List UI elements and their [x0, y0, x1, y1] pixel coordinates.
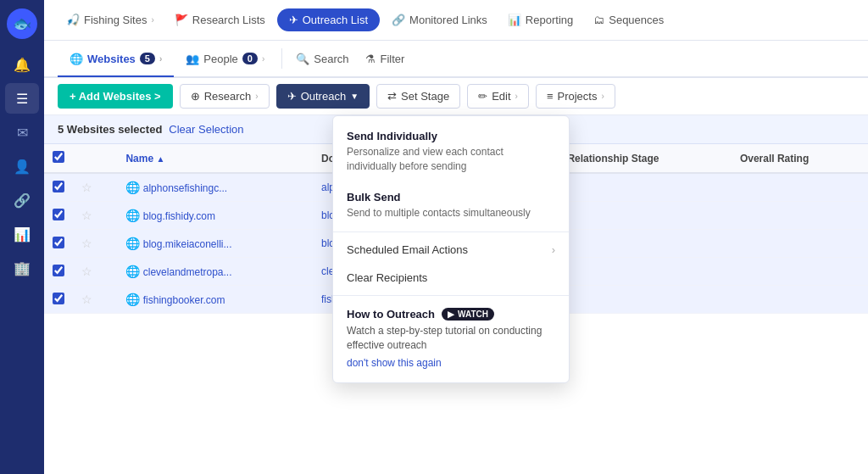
row-rating-cell [732, 202, 868, 230]
sequences-icon: 🗂 [593, 14, 604, 26]
sort-arrow-icon: ▲ [156, 154, 164, 164]
outreach-dropdown-arrow-icon: ▼ [350, 92, 359, 101]
send-individually-title: Send Individually [347, 130, 555, 142]
row-star-cell: ☆ [73, 202, 117, 230]
star-icon[interactable]: ☆ [81, 181, 92, 194]
star-icon[interactable]: ☆ [81, 265, 92, 278]
globe-icon: 🌐 [125, 209, 140, 222]
row-rating-cell [732, 286, 868, 314]
scheduled-email-option[interactable]: Scheduled Email Actions › [333, 236, 569, 264]
clear-recipients-option[interactable]: Clear Recipients [333, 264, 569, 292]
col-name[interactable]: Name ▲ [117, 144, 313, 173]
tab-websites[interactable]: 🌐 Websites 5 › [58, 42, 174, 77]
tab-divider [281, 48, 282, 69]
chevron-right-icon: › [151, 15, 153, 25]
row-checkbox-cell [44, 258, 73, 286]
row-checkbox[interactable] [53, 293, 64, 304]
globe-icon: 🌐 [125, 293, 140, 306]
sidebar-item-menu[interactable]: ☰ [5, 83, 39, 114]
select-all-checkbox[interactable] [53, 151, 64, 163]
sidebar-logo[interactable]: 🐟 [7, 8, 37, 39]
row-relationship-cell [559, 286, 731, 314]
nav-sequences-label: Sequences [609, 14, 664, 26]
star-icon[interactable]: ☆ [81, 293, 92, 306]
projects-chevron-icon: › [601, 92, 604, 101]
edit-chevron-icon: › [515, 92, 518, 101]
star-icon[interactable]: ☆ [81, 209, 92, 222]
sidebar-item-org[interactable]: 🏢 [5, 253, 39, 283]
research-button[interactable]: ⊕ Research › [180, 84, 270, 109]
star-icon[interactable]: ☆ [81, 237, 92, 250]
dont-show-link[interactable]: don't show this again [347, 357, 442, 369]
site-name-link[interactable]: alphonsefishingc... [143, 182, 227, 194]
site-name-link[interactable]: fishingbooker.com [143, 294, 225, 306]
nav-outreach-list[interactable]: ✈ Outreach List [277, 8, 380, 31]
globe-icon: 🌐 [125, 265, 140, 278]
nav-outreach-label: Outreach List [303, 14, 368, 26]
nav-reporting[interactable]: 📊 Reporting [499, 8, 581, 31]
tab-people[interactable]: 👥 People 0 › [174, 42, 276, 77]
row-checkbox[interactable] [53, 181, 64, 192]
row-star-cell: ☆ [73, 258, 117, 286]
add-websites-label: + Add Websites > [70, 90, 161, 103]
projects-icon: ≡ [547, 90, 554, 103]
nav-monitored-links[interactable]: 🔗 Monitored Links [383, 8, 496, 31]
set-stage-button[interactable]: ⇄ Set Stage [376, 84, 460, 109]
watch-play-icon: ▶ [448, 309, 454, 319]
clear-recipients-label: Clear Recipients [347, 271, 427, 284]
dropdown-divider-1 [333, 231, 569, 232]
row-checkbox-cell [44, 173, 73, 202]
bulk-send-option[interactable]: Bulk Send Send to multiple contacts simu… [333, 182, 569, 229]
col-checkbox [44, 144, 73, 173]
send-individually-option[interactable]: Send Individually Personalize and view e… [333, 121, 569, 182]
globe-icon: 🌐 [125, 181, 140, 194]
outreach-button[interactable]: ✈ Outreach ▼ [276, 84, 370, 109]
outreach-icon: ✈ [289, 14, 298, 26]
tab-websites-label: Websites [87, 53, 136, 65]
outreach-btn-label: Outreach [301, 90, 346, 103]
sidebar-item-analytics[interactable]: 📊 [5, 219, 39, 249]
send-individually-desc: Personalize and view each contact indivi… [347, 145, 555, 174]
reporting-icon: 📊 [508, 14, 521, 26]
row-checkbox[interactable] [53, 265, 64, 276]
filter-action[interactable]: ⚗ Filter [357, 41, 413, 76]
row-star-cell: ☆ [73, 173, 117, 202]
nav-sequences[interactable]: 🗂 Sequences [585, 8, 672, 31]
people-count-badge: 0 [242, 53, 258, 64]
scheduled-chevron-icon: › [552, 243, 555, 256]
site-name-link[interactable]: blog.fishidy.com [143, 210, 215, 222]
scheduled-email-label: Scheduled Email Actions [347, 243, 468, 256]
sidebar-item-notifications[interactable]: 🔔 [5, 49, 39, 80]
search-action[interactable]: 🔍 Search [287, 41, 357, 76]
site-name-link[interactable]: blog.mikeiaconelli... [143, 238, 232, 250]
edit-button[interactable]: ✏ Edit › [467, 84, 529, 109]
row-name-cell: 🌐 alphonsefishingc... [117, 173, 313, 202]
row-relationship-cell [559, 173, 731, 202]
sidebar-item-email[interactable]: ✉ [5, 117, 39, 148]
row-rating-cell [732, 173, 868, 202]
col-star [73, 144, 117, 173]
row-star-cell: ☆ [73, 286, 117, 314]
bulk-send-title: Bulk Send [347, 191, 555, 204]
row-rating-cell [732, 258, 868, 286]
nav-research-lists[interactable]: 🚩 Research Lists [166, 8, 274, 31]
edit-icon: ✏ [478, 90, 487, 103]
sidebar-item-links[interactable]: 🔗 [5, 185, 39, 215]
clear-selection-link[interactable]: Clear Selection [169, 123, 243, 136]
row-name-cell: 🌐 blog.fishidy.com [117, 202, 313, 230]
bulk-send-desc: Send to multiple contacts simultaneously [347, 206, 555, 220]
site-name-link[interactable]: clevelandmetropа... [143, 266, 232, 278]
tab-people-label: People [203, 53, 237, 65]
nav-fishing-sites[interactable]: 🎣 Fishing Sites › [58, 8, 163, 31]
how-to-outreach-option[interactable]: How to Outreach ▶ WATCH Watch a step-by-… [333, 299, 569, 377]
projects-button[interactable]: ≡ Projects › [536, 84, 615, 109]
row-relationship-cell [559, 230, 731, 258]
add-websites-button[interactable]: + Add Websites > [58, 84, 173, 109]
row-name-cell: 🌐 clevelandmetropа... [117, 258, 313, 286]
fishing-icon: 🎣 [66, 14, 80, 26]
set-stage-label: Set Stage [401, 90, 449, 103]
outreach-dropdown-menu: Send Individually Personalize and view e… [332, 115, 570, 383]
sidebar-item-person[interactable]: 👤 [5, 151, 39, 181]
row-checkbox[interactable] [53, 237, 64, 248]
row-checkbox[interactable] [53, 209, 64, 220]
